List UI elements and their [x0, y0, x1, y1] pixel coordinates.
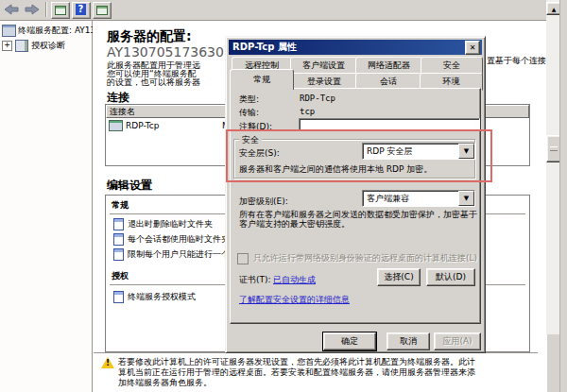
forward-icon[interactable] — [25, 4, 40, 16]
show-console-window-icon[interactable] — [93, 2, 112, 19]
rdp-connection-icon — [109, 120, 123, 131]
security-annotation-highlight — [226, 129, 492, 182]
certificate-label: 证书(T): — [239, 274, 271, 286]
column-header-connection-name[interactable]: 连接名 — [106, 105, 229, 118]
chevron-down-icon[interactable]: ▼ — [458, 191, 474, 206]
help-icon[interactable]: ? — [72, 2, 91, 19]
show-console-tree-icon[interactable] — [51, 2, 70, 19]
vertical-scrollbar[interactable]: ▲ — [546, 0, 559, 334]
learn-more-link[interactable]: 了解配置安全设置的详细信息 — [239, 294, 350, 306]
connection-name-cell: RDP-Tcp — [126, 121, 222, 130]
nla-checkbox[interactable]: 只允许运行带网络级别身份验证的远程桌面的计算机连接(L) — [237, 252, 477, 264]
encryption-level-dropdown[interactable]: 客户端兼容 ▼ — [362, 190, 475, 207]
dialog-titlebar[interactable]: RDP-Tcp 属性 ✕ — [229, 40, 482, 55]
dialog-title: RDP-Tcp 属性 — [232, 41, 297, 54]
setting-item-icon — [113, 218, 124, 230]
toolbar-separator — [45, 2, 47, 17]
setting-item-icon — [113, 233, 124, 246]
toolbar: ? — [0, 0, 567, 21]
tree-expander-icon[interactable]: + — [2, 41, 12, 51]
apply-button: 应用(A) — [434, 332, 481, 350]
diagnostics-node-icon — [15, 40, 28, 52]
warning-text-line: 加终端服务器角色服务。 — [118, 377, 212, 389]
server-desc-line: 的设置，也可以将服务器 — [107, 77, 200, 89]
sidebar-item-licensing-diag[interactable]: + 授权诊断 — [2, 39, 65, 52]
edit-settings-heading: 编辑设置 — [107, 178, 152, 194]
warning-icon — [101, 357, 114, 368]
close-icon[interactable]: ✕ — [465, 41, 480, 55]
setting-item-icon — [113, 291, 124, 303]
nla-checkbox-label: 只允许运行带网络级别身份验证的远程桌面的计算机连接(L) — [253, 252, 477, 264]
console-tree-panel: 终端服务配置: AY1307051736 + 授权诊断 — [0, 21, 93, 392]
rdp-tcp-properties-dialog: RDP-Tcp 属性 ✕ 远程控制 客户端设置 网络适配器 安全 登录设置 会话… — [225, 36, 486, 353]
encryption-level-label: 加密级别(E): — [239, 196, 288, 208]
encryption-desc-line: 客户端支持的最大密钥强度。 — [239, 218, 350, 230]
server-name: AY130705173630 — [107, 44, 224, 60]
type-value: RDP-Tcp — [300, 94, 335, 103]
type-label: 类型: — [239, 94, 259, 106]
transport-label: 传输: — [239, 107, 259, 119]
tree-item-label: 授权诊断 — [31, 40, 65, 52]
server-desc-fragment: 置基于每个连接 — [487, 55, 546, 67]
app-window: ? 终端服务配置: AY1307051736 + 授权诊断 服务器的配置: AY… — [0, 0, 567, 392]
certificate-autogenerated-link[interactable]: 已自动生成 — [273, 274, 316, 286]
cancel-button[interactable]: 取消 — [387, 332, 430, 350]
default-button[interactable]: 默认(D) — [426, 268, 475, 286]
select-button[interactable]: 选择(C) — [377, 268, 421, 286]
console-node-icon — [2, 25, 16, 37]
ok-button[interactable]: 确定 — [323, 332, 376, 350]
tab-general-active[interactable]: 常规 — [230, 69, 294, 90]
back-icon[interactable] — [4, 4, 19, 16]
checkbox-icon[interactable] — [237, 253, 249, 264]
transport-value: tcp — [300, 107, 315, 116]
page-title: 服务器的配置: — [107, 28, 192, 45]
setting-item-icon — [113, 248, 124, 261]
